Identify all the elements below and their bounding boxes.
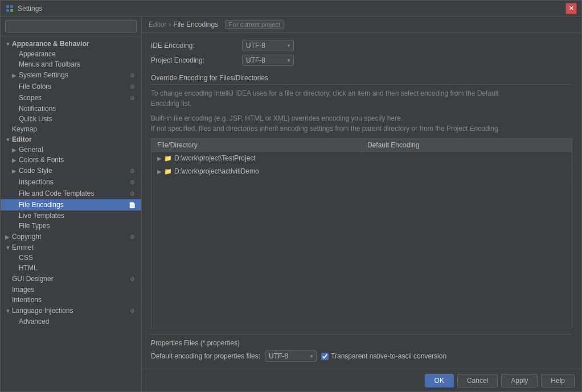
folder-icon-2: 📁 xyxy=(164,168,172,175)
props-title: Properties Files (*.properties) xyxy=(151,339,572,347)
ide-encoding-dropdown[interactable]: UTF-8 UTF-16 ISO-8859-1 xyxy=(242,40,294,51)
sidebar-label-file-colors: File Colors xyxy=(19,82,51,90)
settings-icon-10: ⚙ xyxy=(128,306,137,315)
cancel-button[interactable]: Cancel xyxy=(457,374,498,387)
sidebar-item-scopes[interactable]: Scopes ⚙ xyxy=(1,92,141,104)
apply-button[interactable]: Apply xyxy=(501,374,538,387)
settings-icon-9: ⚙ xyxy=(128,274,137,283)
ide-encoding-label: IDE Encoding: xyxy=(151,42,242,49)
table-row[interactable]: ▶ 📁 D:\work\project\activitiDemo xyxy=(151,165,572,178)
sidebar-label-file-code-templates: File and Code Templates xyxy=(19,189,95,197)
folder-icon-1: 📁 xyxy=(164,155,172,162)
settings-icon-6: ⚙ xyxy=(128,189,137,198)
col-default-encoding: Default Encoding xyxy=(362,139,572,151)
left-panel: ▼ Appearance & Behavior Appearance Menus… xyxy=(1,16,142,391)
col-file-dir: File/Directory xyxy=(151,139,362,151)
row-expand-2[interactable]: ▶ xyxy=(157,168,162,175)
sidebar-label-file-types: File Types xyxy=(19,222,50,230)
sidebar-item-appearance-behavior[interactable]: ▼ Appearance & Behavior xyxy=(1,39,141,49)
breadcrumb-current: File Encodings xyxy=(173,20,218,28)
sidebar-item-gui-designer[interactable]: GUI Designer ⚙ xyxy=(1,273,141,284)
sidebar-label-colors-fonts: Colors & Fonts xyxy=(19,156,64,164)
sidebar-label-appearance: Appearance xyxy=(19,50,56,58)
sidebar-item-notifications[interactable]: Notifications xyxy=(1,104,141,114)
button-bar: OK Cancel Apply Help xyxy=(142,369,581,391)
svg-rect-2 xyxy=(6,9,9,12)
sidebar-item-general[interactable]: ▶ General xyxy=(1,145,141,155)
sidebar-item-system-settings[interactable]: ▶ System Settings ⚙ xyxy=(1,69,141,81)
sidebar-item-editor[interactable]: ▼ Editor xyxy=(1,134,141,145)
svg-rect-1 xyxy=(10,5,13,8)
props-label: Default encoding for properties files: xyxy=(151,352,260,360)
transparent-checkbox-label[interactable]: Transparent native-to-ascii conversion xyxy=(321,352,446,360)
settings-icon-8: ⚙ xyxy=(128,232,137,241)
settings-icon-3: ⚙ xyxy=(128,93,137,102)
settings-icon-4: ⚙ xyxy=(128,166,137,175)
settings-icon-2: ⚙ xyxy=(128,82,137,91)
path-value-1: D:\work\project\TestProject xyxy=(174,154,256,162)
close-button[interactable]: ✕ xyxy=(565,3,577,14)
project-encoding-row: Project Encoding: UTF-8 UTF-16 ISO-8859-… xyxy=(151,55,572,66)
search-input[interactable] xyxy=(5,20,137,32)
sidebar-item-quick-lists[interactable]: Quick Lists xyxy=(1,114,141,124)
props-encoding-dropdown[interactable]: UTF-8 UTF-16 ISO-8859-1 xyxy=(265,350,317,362)
sidebar-label-html: HTML xyxy=(19,264,38,272)
ok-button[interactable]: OK xyxy=(425,374,454,387)
sidebar-item-images[interactable]: Images xyxy=(1,284,141,295)
override-section-title: Override Encoding for Files/Directories xyxy=(151,74,572,85)
sidebar-item-code-style[interactable]: ▶ Code Style ⚙ xyxy=(1,165,141,176)
editor-content: IDE Encoding: UTF-8 UTF-16 ISO-8859-1 Pr… xyxy=(142,33,581,369)
breadcrumb-bar: Editor › File Encodings For current proj… xyxy=(142,16,581,33)
svg-rect-0 xyxy=(6,5,9,8)
properties-section: Properties Files (*.properties) Default … xyxy=(151,334,572,362)
svg-rect-3 xyxy=(10,9,13,12)
sidebar-item-emmet[interactable]: ▼ Emmet xyxy=(1,242,141,253)
sidebar-item-file-code-templates[interactable]: File and Code Templates ⚙ xyxy=(1,188,141,199)
sidebar-item-appearance[interactable]: Appearance xyxy=(1,49,141,59)
table-row[interactable]: ▶ 📁 D:\work\project\TestProject xyxy=(151,152,572,165)
sidebar-item-html[interactable]: HTML xyxy=(1,263,141,273)
sidebar-label-live-templates: Live Templates xyxy=(19,212,64,220)
project-encoding-dropdown-wrapper: UTF-8 UTF-16 ISO-8859-1 xyxy=(242,55,294,66)
right-panel: Editor › File Encodings For current proj… xyxy=(142,16,581,391)
props-row: Default encoding for properties files: U… xyxy=(151,350,572,362)
sidebar-item-keymap[interactable]: Keymap xyxy=(1,124,141,134)
project-encoding-dropdown[interactable]: UTF-8 UTF-16 ISO-8859-1 xyxy=(242,55,294,66)
sidebar-item-file-colors[interactable]: File Colors ⚙ xyxy=(1,81,141,92)
sidebar-label-intentions: Intentions xyxy=(12,296,42,304)
sidebar-item-file-types[interactable]: File Types xyxy=(1,221,141,231)
window-title: Settings xyxy=(18,5,565,13)
sidebar-item-css[interactable]: CSS xyxy=(1,253,141,263)
settings-icon-7: 📄 xyxy=(128,200,137,209)
sidebar-item-copyright[interactable]: ▶ Copyright ⚙ xyxy=(1,231,141,242)
table-cell-encoding-2 xyxy=(362,165,572,178)
sidebar-item-menus-toolbars[interactable]: Menus and Toolbars xyxy=(1,59,141,69)
project-badge: For current project xyxy=(225,20,284,29)
description-text-1: To change encoding IntelliJ IDEA uses fo… xyxy=(151,88,572,109)
sidebar-item-colors-fonts[interactable]: ▶ Colors & Fonts xyxy=(1,155,141,165)
sidebar-label-notifications: Notifications xyxy=(19,105,56,113)
help-button[interactable]: Help xyxy=(541,374,575,387)
sidebar-item-inspections[interactable]: Inspections ⚙ xyxy=(1,176,141,188)
transparent-checkbox[interactable] xyxy=(321,353,329,360)
row-expand-1[interactable]: ▶ xyxy=(157,155,162,162)
expand-arrow: ▼ xyxy=(5,41,12,47)
sidebar-label-quick-lists: Quick Lists xyxy=(19,115,52,123)
sidebar-label-code-style: Code Style xyxy=(19,167,52,175)
table-cell-path-2: ▶ 📁 D:\work\project\activitiDemo xyxy=(151,165,362,178)
expand-arrow-colors: ▶ xyxy=(12,157,19,163)
file-directory-table[interactable]: File/Directory Default Encoding ▶ 📁 D:\w… xyxy=(151,138,572,328)
sidebar-label-menus: Menus and Toolbars xyxy=(19,60,80,68)
sidebar-item-advanced[interactable]: Advanced xyxy=(1,316,141,327)
sidebar-item-file-encodings[interactable]: File Encodings 📄 xyxy=(1,199,141,211)
table-header: File/Directory Default Encoding xyxy=(151,139,572,152)
search-box xyxy=(1,16,141,36)
sidebar-label-gui-designer: GUI Designer xyxy=(12,275,54,283)
project-encoding-label: Project Encoding: xyxy=(151,56,242,64)
sidebar-item-language-injections[interactable]: ▼ Language Injections ⚙ xyxy=(1,305,141,316)
breadcrumb-separator: › xyxy=(169,20,171,28)
sidebar-label-copyright: Copyright xyxy=(12,233,41,241)
path-value-2: D:\work\project\activitiDemo xyxy=(174,167,259,175)
sidebar-item-intentions[interactable]: Intentions xyxy=(1,295,141,305)
sidebar-item-live-templates[interactable]: Live Templates xyxy=(1,211,141,221)
